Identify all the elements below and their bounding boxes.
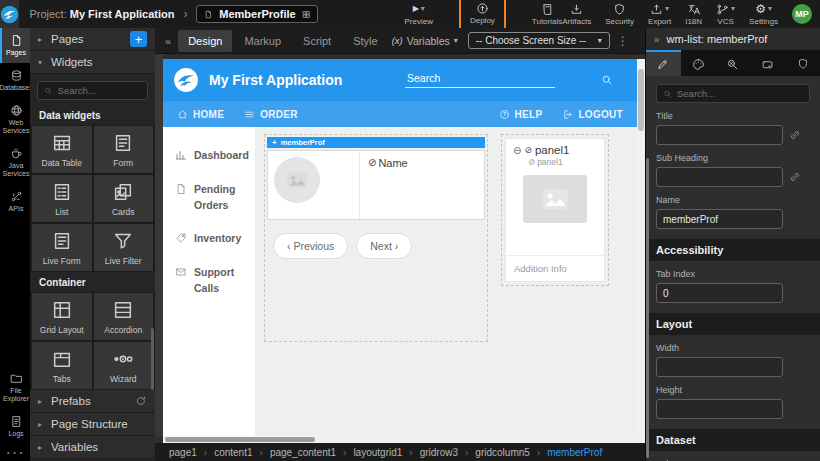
width-input[interactable]	[656, 357, 783, 377]
tutorials-button[interactable]: Tutorials	[532, 3, 562, 26]
panel-image-placeholder[interactable]	[523, 175, 587, 223]
widget-tile-form[interactable]: Form	[94, 126, 154, 173]
widget-tile-wizard[interactable]: Wizard	[94, 342, 154, 389]
tab-properties[interactable]	[646, 50, 681, 76]
panel-widget-panel1[interactable]: panel1 panel1 Addition Info	[505, 138, 605, 282]
nav-item-home[interactable]: HOME	[177, 109, 224, 120]
scroll-thumb[interactable]	[638, 69, 644, 131]
collapse-panel-icon[interactable]	[513, 145, 521, 156]
side-item-pending-orders[interactable]: Pending Orders	[163, 173, 255, 223]
tab-mobile[interactable]	[750, 50, 785, 76]
widget-search[interactable]	[37, 81, 148, 100]
wavemaker-logo[interactable]	[0, 0, 19, 28]
tab-events[interactable]	[716, 50, 751, 76]
panel-widget-region[interactable]: panel1 panel1 Addition Info	[501, 134, 609, 286]
screen-size-select[interactable]: -- Choose Screen Size --	[468, 32, 610, 49]
previous-button[interactable]: ‹ Previous	[273, 233, 348, 259]
breadcrumb-memberprof[interactable]: memberProf	[547, 447, 602, 458]
preview-button[interactable]: Preview	[404, 3, 432, 26]
rail-item-logs[interactable]: Logs	[0, 409, 30, 444]
rail-item-pages[interactable]: Pages	[0, 28, 30, 63]
scroll-thumb[interactable]	[165, 437, 315, 442]
widget-tile-live-form[interactable]: Live Form	[32, 224, 92, 271]
right-panel-scrollbar[interactable]	[646, 158, 649, 458]
properties-search[interactable]	[656, 84, 810, 103]
nav-item-order[interactable]: ORDER	[244, 109, 298, 120]
avatar-cell[interactable]	[268, 151, 360, 219]
tab-markup[interactable]: Markup	[234, 30, 291, 52]
app-search-icon[interactable]	[601, 74, 613, 86]
more-actions-icon[interactable]	[612, 34, 634, 48]
collapse-right-panel-icon[interactable]	[654, 34, 660, 45]
widget-search-input[interactable]	[58, 85, 141, 96]
widget-tile-list[interactable]: List	[32, 175, 92, 222]
accordion-prefabs[interactable]: Prefabs	[30, 390, 155, 413]
tab-security[interactable]	[785, 50, 820, 76]
list-widget-memberprof[interactable]: + memberProf	[264, 134, 488, 342]
tab-style[interactable]: Style	[343, 30, 387, 52]
rail-item-databases[interactable]: Databases	[0, 63, 30, 98]
selected-widget-tag[interactable]: + memberProf	[267, 137, 485, 148]
widget-tile-grid-layout[interactable]: Grid Layout	[32, 293, 92, 340]
export-button[interactable]: Export	[648, 3, 671, 26]
move-icon[interactable]: +	[272, 138, 277, 147]
more-options-icon[interactable]: • • •	[0, 444, 30, 461]
page-selector[interactable]: MemberProfile	[196, 5, 318, 23]
height-input[interactable]	[656, 399, 783, 419]
properties-search-input[interactable]	[677, 88, 803, 99]
rail-item-file-explorer[interactable]: File Explorer	[0, 366, 30, 409]
settings-button[interactable]: Settings	[749, 3, 778, 26]
variables-button[interactable]: (x) Variables	[392, 35, 458, 47]
widget-tile-live-filter[interactable]: Live Filter	[94, 224, 154, 271]
collapse-left-panel-icon[interactable]	[160, 35, 176, 47]
refresh-icon[interactable]	[135, 395, 147, 407]
breadcrumb-gridrow3[interactable]: gridrow3	[420, 447, 458, 458]
side-item-support-calls[interactable]: Support Calls	[163, 256, 255, 306]
breadcrumb-page1[interactable]: page1	[169, 447, 197, 458]
security-button[interactable]: Security	[605, 3, 634, 26]
rail-item-apis[interactable]: APIs	[0, 184, 30, 219]
widget-tile-tabs[interactable]: Tabs	[32, 342, 92, 389]
side-item-inventory[interactable]: Inventory	[163, 222, 255, 256]
side-item-dashboard[interactable]: Dashboard	[163, 139, 255, 173]
i18n-button[interactable]: I18N	[685, 3, 702, 26]
sub-heading-input[interactable]	[656, 167, 783, 187]
artifacts-button[interactable]: Artifacts	[562, 3, 591, 26]
rail-item-web-services[interactable]: Web Services	[0, 98, 30, 141]
accordion-widgets[interactable]: Widgets	[30, 51, 155, 74]
tab-design[interactable]: Design	[178, 30, 232, 52]
name-binding[interactable]: Name	[360, 151, 416, 219]
list-item-template[interactable]: Name	[267, 150, 485, 220]
breadcrumb-content1[interactable]: content1	[214, 447, 252, 458]
tab-index-input[interactable]	[656, 283, 783, 303]
widget-tile-data-table[interactable]: Data Table	[32, 126, 92, 173]
breadcrumb-layoutgrid1[interactable]: layoutgrid1	[353, 447, 402, 458]
add-page-button[interactable]	[130, 31, 147, 47]
nav-item-help[interactable]: HELP	[499, 109, 543, 120]
deploy-button[interactable]: Deploy	[459, 0, 506, 30]
app-header[interactable]: My First Application Search	[163, 59, 637, 101]
app-search-input[interactable]: Search	[405, 72, 555, 88]
nav-item-logout[interactable]: LOGOUT	[562, 109, 623, 120]
next-button[interactable]: Next ›	[356, 233, 412, 259]
title-input[interactable]	[656, 125, 783, 145]
tab-styles[interactable]	[681, 50, 716, 76]
widget-tile-cards[interactable]: Cards	[94, 175, 154, 222]
panel-header[interactable]: panel1	[506, 139, 604, 156]
rail-item-java-services[interactable]: Java Services	[0, 141, 30, 184]
bind-link-icon[interactable]	[789, 129, 801, 141]
left-panel-scrollbar[interactable]	[151, 328, 154, 390]
design-canvas-page[interactable]: My First Application Search HOME ORDER	[163, 59, 637, 436]
tab-script[interactable]: Script	[293, 30, 341, 52]
widget-tile-accordion[interactable]: Accordion	[94, 293, 154, 340]
user-avatar[interactable]: MP	[792, 4, 812, 24]
vcs-button[interactable]: VCS	[716, 3, 735, 26]
accordion-page-structure[interactable]: Page Structure	[30, 413, 155, 436]
canvas-horizontal-scrollbar[interactable]	[163, 436, 645, 443]
accordion-variables[interactable]: Variables	[30, 436, 155, 459]
name-input[interactable]	[656, 209, 783, 229]
breadcrumb-page-content1[interactable]: page_content1	[270, 447, 336, 458]
breadcrumb-gridcolumn5[interactable]: gridcolumn5	[475, 447, 529, 458]
bind-link-icon[interactable]	[789, 171, 801, 183]
canvas-vertical-scrollbar[interactable]	[637, 59, 645, 436]
